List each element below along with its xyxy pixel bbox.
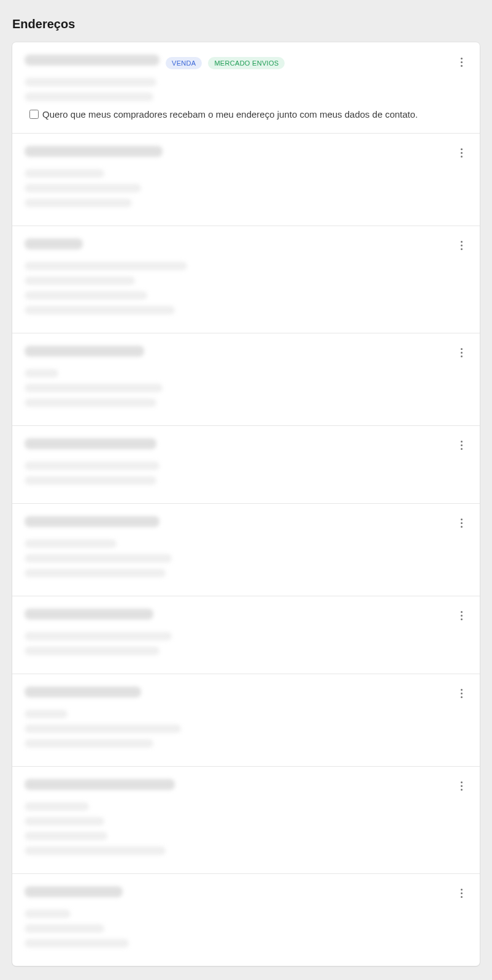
- address-title-redacted: [25, 238, 83, 249]
- address-line-redacted: [25, 817, 104, 826]
- address-item: [12, 767, 480, 874]
- more-options-button[interactable]: [453, 778, 470, 795]
- address-line-redacted: [25, 306, 175, 314]
- more-options-button[interactable]: [453, 607, 470, 625]
- address-item: [12, 504, 480, 596]
- address-line-redacted: [25, 276, 135, 285]
- address-line-redacted: [25, 724, 181, 733]
- address-title-redacted: [25, 686, 141, 697]
- more-vertical-icon: [461, 148, 463, 158]
- address-line-redacted: [25, 802, 89, 811]
- more-vertical-icon: [461, 889, 463, 898]
- address-line-redacted: [25, 924, 104, 933]
- more-options-button[interactable]: [453, 237, 470, 254]
- address-line-redacted: [25, 78, 156, 86]
- address-title-redacted: [25, 516, 160, 527]
- address-line-redacted: [25, 384, 163, 392]
- address-line-redacted: [25, 262, 187, 270]
- more-options-button[interactable]: [453, 437, 470, 454]
- address-item: [12, 426, 480, 504]
- address-item: VENDAMERCADO ENVIOSQuero que meus compra…: [12, 42, 480, 134]
- more-options-button[interactable]: [453, 145, 470, 162]
- address-line-redacted: [25, 369, 58, 378]
- more-options-button[interactable]: [453, 515, 470, 532]
- address-item: [12, 134, 480, 226]
- more-vertical-icon: [461, 518, 463, 528]
- address-title-redacted: [25, 609, 153, 620]
- address-line-redacted: [25, 462, 160, 470]
- address-item: [12, 333, 480, 426]
- address-line-redacted: [25, 184, 141, 192]
- address-line-redacted: [25, 647, 160, 655]
- address-title-redacted: [25, 146, 163, 157]
- address-title-redacted: [25, 886, 123, 897]
- consent-checkbox[interactable]: [29, 110, 39, 119]
- address-line-redacted: [25, 169, 104, 178]
- address-line-redacted: [25, 398, 156, 407]
- address-title-redacted: [25, 438, 156, 449]
- address-line-redacted: [25, 739, 153, 748]
- address-line-redacted: [25, 476, 156, 485]
- more-options-button[interactable]: [453, 885, 470, 902]
- address-title-redacted: [25, 55, 160, 66]
- address-title-redacted: [25, 346, 144, 357]
- address-line-redacted: [25, 632, 172, 640]
- consent-label: Quero que meus compradores recebam o meu…: [42, 108, 418, 121]
- address-line-redacted: [25, 554, 172, 563]
- more-options-button[interactable]: [453, 53, 470, 70]
- address-line-redacted: [25, 93, 153, 101]
- address-item: [12, 874, 480, 966]
- badge-venda: VENDA: [166, 57, 202, 69]
- more-vertical-icon: [461, 611, 463, 620]
- address-line-redacted: [25, 832, 107, 840]
- address-line-redacted: [25, 939, 129, 948]
- address-title-redacted: [25, 779, 175, 790]
- more-vertical-icon: [461, 689, 463, 698]
- address-line-redacted: [25, 569, 166, 577]
- more-vertical-icon: [461, 348, 463, 357]
- addresses-card: VENDAMERCADO ENVIOSQuero que meus compra…: [12, 42, 480, 966]
- more-vertical-icon: [461, 241, 463, 250]
- more-vertical-icon: [461, 781, 463, 791]
- address-line-redacted: [25, 291, 147, 300]
- address-line-redacted: [25, 910, 71, 918]
- address-item: [12, 674, 480, 767]
- page-title: Endereços: [0, 0, 492, 42]
- address-line-redacted: [25, 539, 117, 548]
- badge-mercado-envios: MERCADO ENVIOS: [208, 57, 285, 69]
- address-line-redacted: [25, 710, 67, 718]
- more-options-button[interactable]: [453, 685, 470, 702]
- more-vertical-icon: [461, 58, 463, 67]
- address-line-redacted: [25, 846, 166, 855]
- address-line-redacted: [25, 199, 132, 207]
- more-options-button[interactable]: [453, 344, 470, 362]
- consent-row: Quero que meus compradores recebam o meu…: [25, 108, 447, 121]
- address-item: [12, 226, 480, 333]
- address-item: [12, 596, 480, 674]
- more-vertical-icon: [461, 441, 463, 450]
